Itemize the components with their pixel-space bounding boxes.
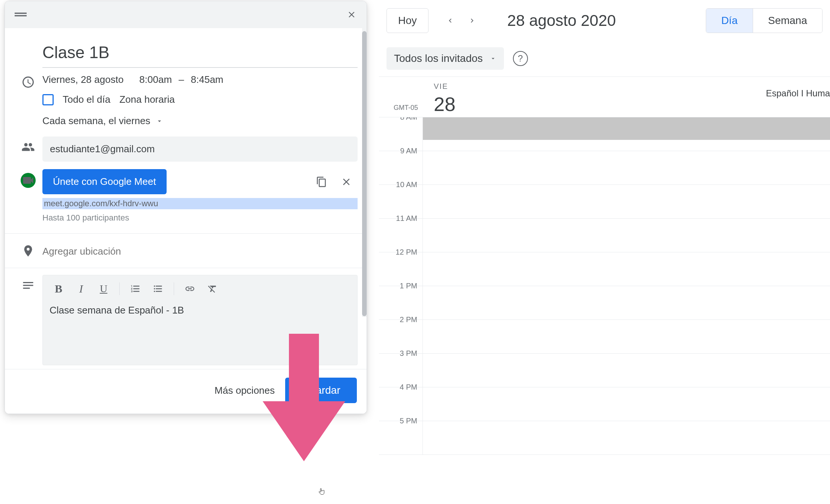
hour-cell[interactable]	[423, 286, 830, 320]
guest-filter-dropdown[interactable]: Todos los invitados	[386, 47, 504, 70]
day-header: GMT-05 VIE 28 Español I Huma	[379, 77, 830, 117]
meet-row: Únete con Google Meet meet.google.com/kx…	[14, 165, 358, 226]
insert-link-button[interactable]	[179, 280, 200, 298]
bullet-list-button[interactable]	[147, 280, 168, 298]
copy-icon	[316, 176, 327, 188]
close-button[interactable]	[344, 7, 359, 22]
all-day-checkbox[interactable]	[42, 94, 54, 105]
day-of-month[interactable]: 28	[434, 93, 456, 116]
description-row: B I U	[14, 275, 358, 369]
hour-cell[interactable]	[423, 117, 830, 151]
guest-input[interactable]: estudiante1@gmail.com	[42, 136, 358, 162]
hour-row: 9 AM	[379, 151, 830, 185]
hour-row: 8 AM	[379, 117, 830, 151]
underline-button[interactable]: U	[93, 280, 114, 298]
hour-cell[interactable]	[423, 185, 830, 218]
panel-header	[5, 1, 367, 28]
hour-cell[interactable]	[423, 354, 830, 387]
hour-row: 4 PM	[379, 387, 830, 421]
hour-label: 3 PM	[379, 349, 423, 382]
view-day-button[interactable]: Día	[706, 9, 753, 33]
prev-button[interactable]	[441, 12, 459, 30]
hour-cell[interactable]	[423, 421, 830, 454]
start-time[interactable]: 8:00am	[139, 74, 172, 86]
close-icon	[341, 176, 352, 188]
hour-cell[interactable]	[423, 219, 830, 252]
event-title-input[interactable]	[42, 28, 358, 68]
all-day-label[interactable]: Todo el día	[63, 94, 110, 105]
scrollbar-thumb[interactable]	[362, 31, 367, 316]
hour-row: 12 PM	[379, 252, 830, 286]
people-icon	[21, 140, 35, 154]
hour-cell[interactable]	[423, 252, 830, 286]
hour-row: 3 PM	[379, 354, 830, 387]
numbered-list-icon	[130, 284, 141, 294]
panel-footer: Más opciones Guardar	[5, 369, 367, 414]
drag-handle-icon[interactable]	[14, 11, 27, 18]
hour-label: 4 PM	[379, 383, 423, 416]
hour-label: 1 PM	[379, 282, 423, 315]
event-date[interactable]: Viernes, 28 agosto	[42, 74, 123, 86]
hour-row: 2 PM	[379, 320, 830, 354]
next-button[interactable]	[463, 12, 481, 30]
bullet-list-icon	[153, 284, 163, 294]
hour-cell[interactable]	[423, 151, 830, 184]
location-row	[14, 240, 358, 266]
save-button[interactable]: Guardar	[285, 378, 357, 403]
toolbar-separator	[174, 282, 174, 295]
calendar-area: Hoy 28 agosto 2020 Día Semana Todos los …	[379, 0, 830, 504]
allday-event-chip[interactable]: Español I Huma	[766, 88, 830, 99]
toolbar-separator	[119, 282, 120, 295]
hour-label: 11 AM	[379, 214, 423, 248]
more-options-button[interactable]: Más opciones	[215, 385, 275, 396]
cursor-pointer-icon	[318, 487, 326, 496]
end-time[interactable]: 8:45am	[191, 74, 224, 86]
hour-cell[interactable]	[423, 387, 830, 421]
calendar-toolbar: Hoy 28 agosto 2020 Día Semana	[379, 0, 830, 43]
view-switcher: Día Semana	[706, 8, 822, 33]
format-toolbar: B I U	[43, 275, 357, 301]
timezone-label: GMT-05	[379, 104, 423, 116]
view-week-button[interactable]: Semana	[753, 9, 822, 33]
chevron-down-icon	[156, 117, 163, 125]
hour-label: 2 PM	[379, 315, 423, 349]
meet-participants-note: Hasta 100 participantes	[42, 213, 358, 223]
help-button[interactable]: ?	[513, 51, 528, 66]
chevron-down-icon	[490, 55, 496, 62]
hour-cell[interactable]	[423, 320, 830, 353]
location-input[interactable]	[42, 240, 358, 262]
italic-button[interactable]: I	[71, 280, 92, 298]
divider	[5, 268, 367, 268]
svg-rect-1	[15, 15, 27, 16]
clear-format-button[interactable]	[202, 280, 223, 298]
numbered-list-button[interactable]	[125, 280, 146, 298]
description-editor[interactable]: B I U	[42, 275, 358, 365]
hour-label: 5 PM	[379, 417, 423, 450]
hour-label: 12 PM	[379, 248, 423, 281]
clear-format-icon	[207, 284, 218, 294]
link-icon	[185, 284, 195, 294]
location-icon	[21, 244, 35, 258]
join-meet-button[interactable]: Únete con Google Meet	[42, 169, 167, 194]
recurrence-dropdown[interactable]: Cada semana, el viernes	[42, 111, 358, 129]
description-text[interactable]: Clase semana de Español - 1B	[43, 301, 357, 320]
time-row: Viernes, 28 agosto 8:00am – 8:45am Todo …	[14, 68, 358, 133]
timezone-link[interactable]: Zona horaria	[119, 94, 174, 105]
hour-label: 8 AM	[379, 117, 423, 146]
remove-meet-button[interactable]	[339, 174, 354, 189]
hour-label: 9 AM	[379, 147, 423, 180]
hour-row: 5 PM	[379, 421, 830, 455]
bold-button[interactable]: B	[48, 280, 69, 298]
chevron-right-icon	[468, 16, 476, 25]
chevron-left-icon	[446, 16, 454, 25]
meet-icon	[21, 173, 36, 188]
day-of-week: VIE	[434, 82, 456, 91]
event-block[interactable]	[423, 117, 830, 140]
hour-row: 11 AM	[379, 219, 830, 252]
copy-link-button[interactable]	[314, 174, 329, 189]
clock-icon	[21, 75, 35, 89]
divider	[5, 233, 367, 234]
today-button[interactable]: Hoy	[386, 8, 429, 33]
recurrence-text: Cada semana, el viernes	[42, 115, 150, 127]
meet-url[interactable]: meet.google.com/kxf-hdrv-wwu	[42, 198, 358, 209]
